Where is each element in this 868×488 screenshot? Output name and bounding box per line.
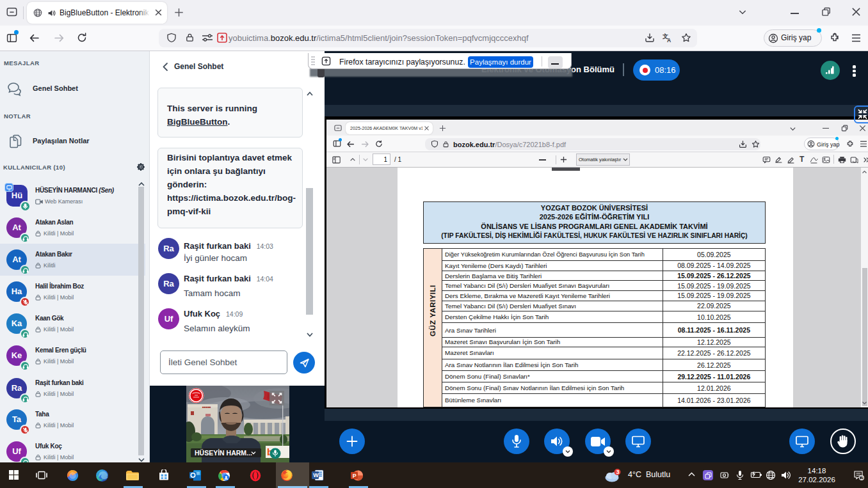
svg-text:A: A	[667, 37, 671, 43]
svg-text:3: 3	[616, 469, 619, 475]
svg-text:W: W	[313, 472, 319, 478]
svg-text:HÜSEYİN HARM...: HÜSEYİN HARM...	[195, 449, 252, 457]
svg-text:2: 2	[861, 475, 864, 480]
svg-text:P: P	[353, 473, 357, 479]
